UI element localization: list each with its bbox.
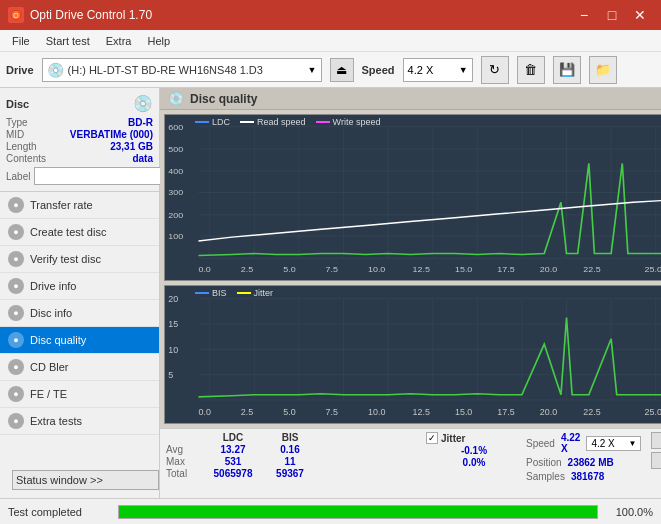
chart-header-icon: 💿	[168, 91, 184, 106]
speed-selector[interactable]: 4.2 X ▼	[403, 58, 473, 82]
stats-header-bis: BIS	[265, 432, 315, 443]
svg-text:O: O	[13, 12, 19, 19]
start-buttons: Start full Start part	[651, 432, 661, 469]
stats-max-row: Max 531 11	[166, 456, 416, 467]
legend-jitter: Jitter	[237, 288, 274, 298]
sidebar-item-transfer-rate[interactable]: ●Transfer rate	[0, 192, 159, 219]
disc-quality-icon: ●	[8, 332, 24, 348]
sidebar-item-disc-quality[interactable]: ●Disc quality	[0, 327, 159, 354]
disc-length-value: 23,31 GB	[110, 141, 153, 152]
speed-dropdown-stat[interactable]: 4.2 X ▼	[586, 436, 641, 451]
cd-bler-icon: ●	[8, 359, 24, 375]
ldc-chart: LDC Read speed Write speed	[164, 114, 661, 281]
eject-button[interactable]: ⏏	[330, 58, 354, 82]
progress-text: 100.0%	[608, 506, 653, 518]
jitter-section: ✓ Jitter -0.1% 0.0%	[426, 432, 506, 468]
sidebar-item-create-test-disc[interactable]: ●Create test disc	[0, 219, 159, 246]
speed-value-stat: 4.22 X	[561, 432, 580, 454]
window-controls: − □ ✕	[571, 5, 653, 25]
sidebar-item-verify-test-disc[interactable]: ●Verify test disc	[0, 246, 159, 273]
position-value: 23862 MB	[568, 457, 614, 468]
sidebar-item-extra-tests[interactable]: ●Extra tests	[0, 408, 159, 435]
jitter-checkbox[interactable]: ✓	[426, 432, 438, 444]
disc-contents-row: Contents data	[6, 153, 153, 164]
drivebar: Drive 💿 (H:) HL-DT-ST BD-RE WH16NS48 1.D…	[0, 52, 661, 88]
sidebar-item-label-transfer-rate: Transfer rate	[30, 199, 93, 211]
stats-header-row: LDC BIS	[166, 432, 416, 443]
sidebar-item-fe-te[interactable]: ●FE / TE	[0, 381, 159, 408]
svg-text:10.0: 10.0	[368, 407, 386, 417]
svg-text:12.5: 12.5	[413, 265, 431, 274]
close-button[interactable]: ✕	[627, 5, 653, 25]
stats-avg-ldc: 13.27	[203, 444, 263, 455]
stats-max-ldc: 531	[203, 456, 263, 467]
svg-text:15: 15	[168, 319, 178, 329]
svg-text:0.0: 0.0	[198, 407, 211, 417]
disc-panel-label: Disc	[6, 98, 29, 110]
disc-contents-value: data	[132, 153, 153, 164]
sidebar-item-label-disc-info: Disc info	[30, 307, 72, 319]
drive-name: (H:) HL-DT-ST BD-RE WH16NS48 1.D3	[68, 64, 304, 76]
samples-value: 381678	[571, 471, 604, 482]
speed-section: Speed 4.22 X 4.2 X ▼ Position 23862 MB S…	[526, 432, 641, 482]
jitter-avg: -0.1%	[442, 445, 506, 456]
stats-total-label: Total	[166, 468, 201, 479]
read-legend-color	[240, 121, 254, 123]
svg-text:2.5: 2.5	[241, 407, 254, 417]
disc-info-icon: ●	[8, 305, 24, 321]
progress-bar-container	[118, 505, 598, 519]
samples-label: Samples	[526, 471, 565, 482]
refresh-button[interactable]: ↻	[481, 56, 509, 84]
progress-bar	[119, 506, 597, 518]
svg-text:17.5: 17.5	[497, 265, 515, 274]
sidebar-item-disc-info[interactable]: ●Disc info	[0, 300, 159, 327]
disc-length-key: Length	[6, 141, 37, 152]
speed-label: Speed	[362, 64, 395, 76]
stats-table: LDC BIS Avg 13.27 0.16 Max 531 11 Total …	[166, 432, 416, 479]
stats-max-label: Max	[166, 456, 201, 467]
status-window-area: Status window >>	[0, 462, 159, 498]
menu-start-test[interactable]: Start test	[38, 33, 98, 49]
start-part-button[interactable]: Start part	[651, 452, 661, 469]
ldc-legend-color	[195, 121, 209, 123]
jitter-max: 0.0%	[442, 457, 506, 468]
jitter-legend-color	[237, 292, 251, 294]
sidebar-item-drive-info[interactable]: ●Drive info	[0, 273, 159, 300]
transfer-rate-icon: ●	[8, 197, 24, 213]
erase-button[interactable]: 🗑	[517, 56, 545, 84]
disc-mid-value: VERBATIMe (000)	[70, 129, 153, 140]
jitter-label: Jitter	[441, 433, 465, 444]
svg-text:2.5: 2.5	[241, 265, 254, 274]
burn-button[interactable]: 💾	[553, 56, 581, 84]
speed-dropdown-arrow: ▼	[628, 439, 636, 448]
start-full-button[interactable]: Start full	[651, 432, 661, 449]
sidebar-item-cd-bler[interactable]: ●CD Bler	[0, 354, 159, 381]
menu-file[interactable]: File	[4, 33, 38, 49]
stats-bar: LDC BIS Avg 13.27 0.16 Max 531 11 Total …	[160, 428, 661, 498]
stats-total-row: Total 5065978 59367	[166, 468, 416, 479]
status-window-button[interactable]: Status window >>	[12, 470, 159, 490]
disc-type-key: Type	[6, 117, 28, 128]
svg-text:10: 10	[168, 344, 178, 354]
svg-text:600: 600	[168, 122, 183, 131]
chart-header: 💿 Disc quality	[160, 88, 661, 110]
drive-selector[interactable]: 💿 (H:) HL-DT-ST BD-RE WH16NS48 1.D3 ▼	[42, 58, 322, 82]
bis-legend-color	[195, 292, 209, 294]
sidebar-item-label-fe-te: FE / TE	[30, 388, 67, 400]
ldc-legend-label: LDC	[212, 117, 230, 127]
menu-help[interactable]: Help	[139, 33, 178, 49]
minimize-button[interactable]: −	[571, 5, 597, 25]
svg-text:20: 20	[168, 294, 178, 304]
stats-avg-label: Avg	[166, 444, 201, 455]
disc-label-input[interactable]	[34, 167, 167, 185]
titlebar-left: O Opti Drive Control 1.70	[8, 7, 152, 23]
stats-header-ldc: LDC	[203, 432, 263, 443]
samples-row: Samples 381678	[526, 471, 641, 482]
stats-total-ldc: 5065978	[203, 468, 263, 479]
position-label: Position	[526, 457, 562, 468]
stats-row-header-empty	[166, 432, 201, 443]
save-button[interactable]: 📁	[589, 56, 617, 84]
menu-extra[interactable]: Extra	[98, 33, 140, 49]
maximize-button[interactable]: □	[599, 5, 625, 25]
svg-text:12.5: 12.5	[413, 407, 431, 417]
